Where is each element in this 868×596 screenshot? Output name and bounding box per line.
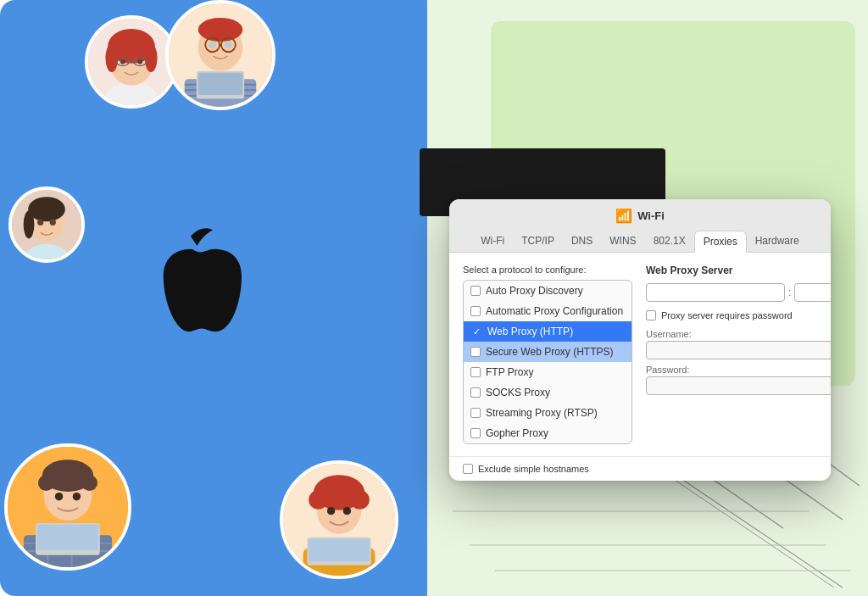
protocol-section: Select a protocol to configure: Auto Pro… — [463, 265, 632, 444]
svg-point-31 — [50, 220, 56, 226]
web-proxy-http-label: Web Proxy (HTTP) — [487, 326, 573, 337]
tab-tcpip[interactable]: TCP/IP — [513, 231, 563, 252]
svg-point-4 — [105, 44, 118, 72]
proxy-requires-password-checkbox[interactable] — [646, 310, 656, 320]
svg-point-23 — [209, 41, 216, 48]
tab-wins[interactable]: WINS — [601, 231, 644, 252]
svg-point-47 — [65, 465, 81, 481]
protocol-item-web-proxy-http[interactable]: ✓ Web Proxy (HTTP) — [464, 321, 632, 342]
username-label: Username: — [646, 329, 831, 339]
svg-point-24 — [225, 41, 232, 48]
automatic-proxy-config-label: Automatic Proxy Configuration — [486, 305, 623, 317]
window-title-text: Wi-Fi — [637, 209, 665, 222]
svg-point-49 — [73, 493, 81, 500]
svg-point-8 — [120, 59, 125, 64]
auto-proxy-discovery-checkbox[interactable] — [470, 286, 481, 296]
avatar-man-laptop — [165, 0, 275, 110]
streaming-proxy-label: Streaming Proxy (RTSP) — [486, 407, 598, 419]
username-input[interactable] — [646, 341, 831, 359]
tab-hardware[interactable]: Hardware — [747, 231, 808, 252]
port-input[interactable] — [794, 283, 831, 302]
svg-point-62 — [336, 478, 355, 498]
secure-web-proxy-checkbox[interactable] — [470, 347, 481, 357]
protocol-item-automatic-proxy-config[interactable]: Automatic Proxy Configuration — [464, 301, 632, 321]
avatar-woman-curly-red — [280, 460, 398, 579]
exclude-simple-hostnames-label: Exclude simple hostnames — [478, 464, 589, 474]
title-bar: 📶 Wi-Fi Wi-Fi TCP/IP DNS WINS 802.1X Pro… — [449, 199, 831, 253]
web-proxy-http-checkmark: ✓ — [470, 326, 482, 337]
svg-rect-17 — [198, 73, 243, 95]
exclude-simple-hostnames-checkbox[interactable] — [463, 464, 473, 474]
tabs-bar: Wi-Fi TCP/IP DNS WINS 802.1X Proxies Har… — [463, 231, 817, 252]
auto-proxy-discovery-label: Auto Proxy Discovery — [486, 285, 583, 297]
protocol-item-gopher-proxy[interactable]: Gopher Proxy — [464, 423, 632, 443]
gopher-proxy-checkbox[interactable] — [470, 428, 481, 438]
svg-point-48 — [55, 493, 63, 500]
socks-proxy-label: SOCKS Proxy — [486, 387, 550, 398]
svg-point-63 — [327, 507, 335, 515]
window-title: 📶 Wi-Fi — [615, 208, 665, 224]
proxy-server-label: Web Proxy Server — [646, 265, 831, 276]
avatar-man-curly — [4, 443, 131, 571]
tab-8021x[interactable]: 802.1X — [645, 231, 694, 252]
svg-point-19 — [198, 18, 243, 42]
avatar-woman-side — [8, 187, 85, 263]
svg-rect-39 — [37, 525, 98, 550]
title-bar-top: 📶 Wi-Fi — [463, 208, 817, 224]
protocol-item-auto-proxy-discovery[interactable]: Auto Proxy Discovery — [464, 281, 632, 301]
port-separator: : — [788, 287, 791, 298]
socks-proxy-checkbox[interactable] — [470, 387, 481, 398]
tab-proxies[interactable]: Proxies — [694, 231, 747, 253]
protocol-item-ftp-proxy[interactable]: FTP Proxy — [464, 362, 632, 382]
password-label: Password: — [646, 365, 831, 375]
svg-point-28 — [28, 197, 65, 221]
protocol-list: Auto Proxy Discovery Automatic Proxy Con… — [463, 280, 632, 444]
protocol-item-socks-proxy[interactable]: SOCKS Proxy — [464, 382, 632, 403]
server-input-row: : — [646, 283, 831, 302]
password-input[interactable] — [646, 376, 831, 395]
protocol-section-label: Select a protocol to configure: — [463, 265, 632, 275]
secure-web-proxy-label: Secure Web Proxy (HTTPS) — [486, 346, 613, 358]
macos-wifi-proxies-window: 📶 Wi-Fi Wi-Fi TCP/IP DNS WINS 802.1X Pro… — [449, 199, 831, 481]
left-panel — [0, 0, 441, 596]
svg-point-5 — [145, 44, 158, 72]
streaming-proxy-checkbox[interactable] — [470, 408, 481, 418]
proxy-server-config: Web Proxy Server : Proxy server requires… — [646, 265, 831, 444]
bottom-section: Exclude simple hostnames — [449, 456, 831, 481]
password-checkbox-row: Proxy server requires password — [646, 310, 831, 320]
avatar-woman-glasses — [85, 15, 178, 109]
tab-dns[interactable]: DNS — [563, 231, 601, 252]
wifi-icon: 📶 — [615, 208, 632, 224]
gopher-proxy-label: Gopher Proxy — [486, 427, 548, 439]
svg-point-29 — [24, 211, 35, 239]
window-body: Select a protocol to configure: Auto Pro… — [449, 253, 831, 456]
svg-point-9 — [137, 59, 142, 64]
svg-rect-54 — [309, 539, 370, 561]
automatic-proxy-config-checkbox[interactable] — [470, 306, 481, 316]
ftp-proxy-checkbox[interactable] — [470, 367, 481, 377]
tab-wifi[interactable]: Wi-Fi — [472, 231, 513, 252]
svg-point-64 — [343, 507, 351, 515]
protocol-item-streaming-proxy-rtsp[interactable]: Streaming Proxy (RTSP) — [464, 403, 632, 423]
proxy-requires-password-label: Proxy server requires password — [661, 310, 793, 320]
ftp-proxy-label: FTP Proxy — [486, 366, 533, 378]
server-address-input[interactable] — [646, 283, 785, 302]
protocol-item-secure-web-proxy-https[interactable]: Secure Web Proxy (HTTPS) — [464, 342, 632, 362]
apple-logo — [136, 220, 246, 365]
svg-point-30 — [37, 220, 43, 226]
username-field-group: Username: — [646, 329, 831, 359]
password-field-group: Password: — [646, 365, 831, 395]
